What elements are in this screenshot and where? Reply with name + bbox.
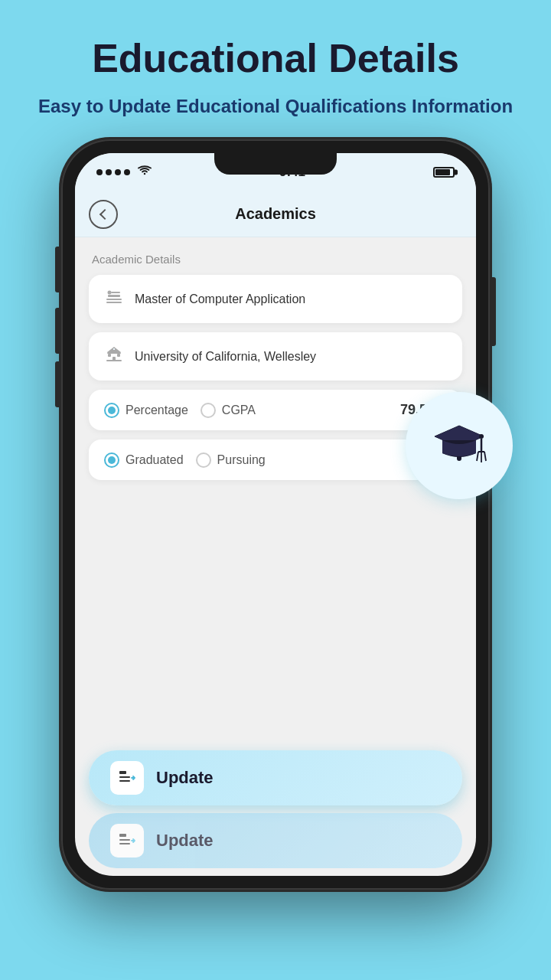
svg-rect-16	[119, 839, 130, 841]
svg-rect-6	[112, 357, 116, 361]
phone-notch	[214, 153, 337, 175]
top-nav: Academics	[75, 191, 476, 237]
pursuing-label: Pursuing	[217, 453, 266, 467]
cgpa-radio[interactable]: CGPA	[201, 403, 256, 418]
degree-field-card[interactable]: Master of Computer Application	[89, 275, 462, 323]
page-subtitle: Easy to Update Educational Qualification…	[38, 94, 513, 118]
update-button-shadow-icon	[110, 824, 144, 858]
update-button-label: Update	[156, 768, 214, 788]
graduated-radio[interactable]: Graduated	[104, 452, 184, 468]
phone-mockup: 9:41 Academics Academic Details	[61, 139, 490, 890]
degree-icon	[104, 289, 124, 309]
section-label: Academic Details	[89, 253, 462, 266]
battery-icon	[433, 167, 455, 178]
percentage-radio[interactable]: Percentage	[104, 403, 188, 418]
svg-line-24	[477, 452, 478, 461]
svg-rect-2	[106, 302, 122, 303]
score-radio-card: Percentage CGPA 79.50%	[89, 390, 462, 430]
degree-value: Master of Computer Application	[135, 292, 305, 306]
signal-dot-4	[124, 169, 130, 175]
graduated-label: Graduated	[126, 453, 184, 467]
university-field-card[interactable]: University of California, Wellesley	[89, 332, 462, 381]
percentage-label: Percentage	[126, 403, 188, 417]
signal-dot-3	[115, 169, 121, 175]
svg-line-26	[484, 452, 486, 461]
battery-fill	[435, 169, 450, 175]
status-radio-group: Graduated Pursuing	[104, 452, 416, 468]
status-right	[433, 167, 455, 178]
back-chevron-icon	[99, 209, 110, 220]
svg-rect-11	[113, 348, 115, 350]
page-header: Educational Details Easy to Update Educa…	[8, 37, 543, 118]
graduation-cap-badge	[406, 392, 513, 499]
nav-title: Academics	[235, 205, 316, 223]
cgpa-label: CGPA	[222, 403, 256, 417]
back-button[interactable]	[89, 200, 118, 229]
svg-point-21	[479, 434, 484, 439]
svg-rect-15	[119, 834, 126, 837]
signal-dots	[96, 169, 130, 175]
svg-rect-12	[119, 771, 126, 774]
phone-screen: 9:41 Academics Academic Details	[75, 153, 476, 876]
percentage-radio-circle	[104, 403, 119, 418]
update-button-icon	[110, 761, 144, 795]
graduation-cap-icon	[429, 415, 490, 476]
cgpa-radio-circle	[201, 403, 216, 418]
wifi-icon	[138, 165, 152, 179]
pursuing-radio-circle	[196, 452, 211, 468]
score-radio-group: Percentage CGPA	[104, 403, 400, 418]
svg-rect-7	[108, 354, 111, 357]
update-button[interactable]: Update	[89, 750, 462, 805]
svg-rect-13	[119, 776, 130, 778]
svg-rect-0	[108, 295, 120, 297]
update-button-shadow-label: Update	[156, 831, 214, 851]
svg-rect-1	[106, 299, 122, 300]
svg-point-3	[108, 291, 112, 295]
university-value: University of California, Wellesley	[135, 350, 316, 364]
page-title: Educational Details	[38, 37, 513, 80]
university-icon	[104, 346, 124, 367]
graduated-radio-circle	[104, 452, 119, 468]
pursuing-radio[interactable]: Pursuing	[196, 452, 266, 468]
signal-dot-2	[106, 169, 112, 175]
update-button-shadow: Update	[89, 813, 462, 868]
status-left	[96, 165, 152, 179]
screen-content: Academic Details Master of Computer Appl…	[75, 237, 476, 735]
svg-rect-17	[119, 843, 130, 844]
signal-dot-1	[96, 169, 103, 175]
svg-rect-8	[117, 354, 120, 357]
svg-rect-14	[119, 780, 130, 782]
svg-rect-9	[107, 352, 121, 354]
